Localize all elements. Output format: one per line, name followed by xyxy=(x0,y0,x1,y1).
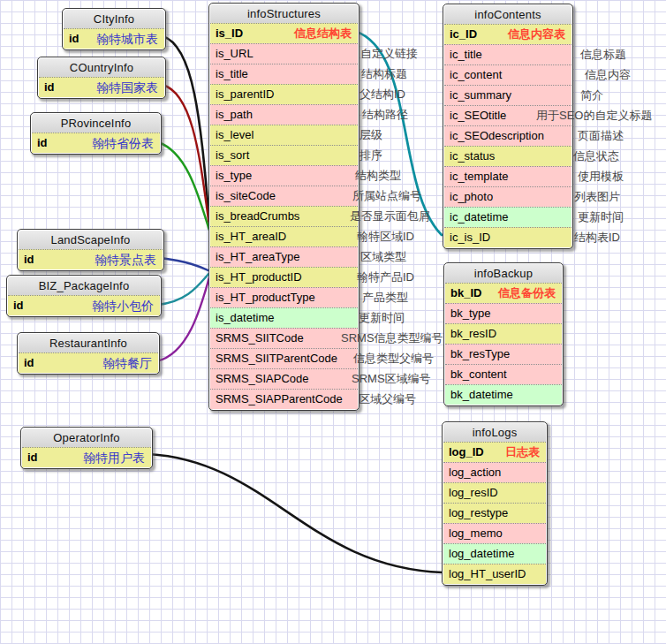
connector-cityinfo-to-infostructures[interactable] xyxy=(163,36,210,231)
field-name-id: id xyxy=(13,299,24,312)
diagram-canvas[interactable]: CItyInfoid翰特城市表COuntryInfoid翰特国家表PRovinc… xyxy=(0,0,666,644)
field-row-ic_template[interactable]: ic_template使用模板 xyxy=(444,166,571,186)
connector-landscapeinfo-to-infostructures[interactable] xyxy=(161,258,210,271)
table-title-LandScapeInfo: LandScapeInfo xyxy=(19,231,163,249)
field-comment-ic_is_ID: 结构表ID xyxy=(574,228,620,247)
field-name-ic_title: ic_title xyxy=(450,48,482,61)
field-row-is_siteCode[interactable]: is_siteCode所属站点编号 xyxy=(210,186,358,206)
field-row-log_memo[interactable]: log_memo xyxy=(443,523,546,543)
table-OperatorInfo[interactable]: OperatorInfoid翰特用户表 xyxy=(20,427,153,469)
field-row-ic_title[interactable]: ic_title信息标题 xyxy=(444,44,571,64)
field-row-id[interactable]: id翰特省份表 xyxy=(32,133,160,153)
table-title-BIZ_PackageInfo: BIZ_PackageInfo xyxy=(8,277,160,295)
table-annotation-PRovinceInfo: 翰特省份表 xyxy=(92,133,154,153)
connector-restaurantinfo-to-infostructures[interactable] xyxy=(156,274,210,361)
table-title-CItyInfo: CItyInfo xyxy=(64,10,164,28)
field-row-is_HT_areaID[interactable]: is_HT_areaID翰特区域ID xyxy=(210,226,358,246)
field-comment-ic_content: 信息内容 xyxy=(585,65,631,85)
table-infoContents[interactable]: infoContentsic_ID信息内容表ic_title信息标题ic_con… xyxy=(443,4,573,249)
field-name-bk_ID: bk_ID xyxy=(450,286,481,299)
field-row-bk_ID[interactable]: bk_ID信息备份表 xyxy=(445,283,562,303)
field-row-ic_SEOtitle[interactable]: ic_SEOtitle用于SEO的自定义标题 xyxy=(444,105,571,125)
field-name-ic_content: ic_content xyxy=(450,68,502,81)
table-annotation-CItyInfo: 翰特城市表 xyxy=(96,29,158,49)
field-row-id[interactable]: id翰特小包价 xyxy=(8,295,160,315)
field-row-id[interactable]: id翰特国家表 xyxy=(39,77,164,97)
field-name-ic_ID: ic_ID xyxy=(450,27,477,41)
field-name-is_breadCrumbs: is_breadCrumbs xyxy=(216,209,299,223)
field-row-bk_datetime[interactable]: bk_datetime xyxy=(445,384,562,405)
field-name-ic_datetime: ic_datetime xyxy=(450,210,508,224)
field-row-id[interactable]: id翰特城市表 xyxy=(64,28,164,49)
field-name-is_ID: is_ID xyxy=(216,27,243,40)
field-comment-SRMS_SIITParentCode: 信息类型父编号 xyxy=(353,349,434,368)
field-row-is_title[interactable]: is_title结构标题 xyxy=(210,64,358,84)
field-row-log_HT_userID[interactable]: log_HT_userID xyxy=(443,564,546,584)
connector-operatorinfo-to-infologs[interactable] xyxy=(148,454,443,572)
field-row-is_HT_productID[interactable]: is_HT_productID翰特产品ID xyxy=(210,267,358,287)
table-BIZ_PackageInfo[interactable]: BIZ_PackageInfoid翰特小包价 xyxy=(6,275,162,317)
table-annotation-OperatorInfo: 翰特用户表 xyxy=(83,448,145,467)
field-name-log_memo: log_memo xyxy=(449,527,503,540)
field-row-is_ID[interactable]: is_ID信息结构表 xyxy=(210,23,358,43)
field-row-ic_status[interactable]: ic_status信息状态 xyxy=(444,146,571,166)
field-row-id[interactable]: id翰特景点表 xyxy=(19,249,163,269)
field-row-ic_content[interactable]: ic_content信息内容 xyxy=(444,64,571,85)
field-row-id[interactable]: id翰特餐厅 xyxy=(19,352,158,373)
field-row-bk_type[interactable]: bk_type xyxy=(445,303,562,323)
field-row-is_type[interactable]: is_type结构类型 xyxy=(210,165,358,186)
field-name-is_sort: is_sort xyxy=(216,148,249,162)
field-row-bk_resType[interactable]: bk_resType xyxy=(445,344,562,364)
table-annotation-COuntryInfo: 翰特国家表 xyxy=(96,78,158,97)
field-row-is_URL[interactable]: is_URL自定义链接 xyxy=(210,43,358,64)
field-row-is_datetime[interactable]: is_datetime更新时间 xyxy=(210,307,358,328)
field-name-id: id xyxy=(24,253,34,266)
field-row-ic_summary[interactable]: ic_summary简介 xyxy=(444,85,571,105)
field-name-is_HT_areaType: is_HT_areaType xyxy=(216,250,299,263)
field-row-ic_photo[interactable]: ic_photo列表图片 xyxy=(444,186,571,207)
field-row-is_HT_productType[interactable]: is_HT_productType产品类型 xyxy=(210,287,358,307)
field-row-is_HT_areaType[interactable]: is_HT_areaType区域类型 xyxy=(210,246,358,267)
table-infoStructures[interactable]: infoStructuresis_ID信息结构表is_URL自定义链接is_ti… xyxy=(208,3,359,411)
table-infoLogs[interactable]: infoLogslog_ID日志表log_actionlog_resIDlog_… xyxy=(442,421,548,586)
field-row-ic_is_ID[interactable]: ic_is_ID结构表ID xyxy=(444,227,571,247)
table-PRovinceInfo[interactable]: PRovinceInfoid翰特省份表 xyxy=(30,112,162,155)
table-annotation-infoBackup: 信息备份表 xyxy=(498,284,556,303)
field-row-is_sort[interactable]: is_sort排序 xyxy=(210,145,358,165)
field-comment-ic_datetime: 更新时间 xyxy=(578,208,624,227)
table-CItyInfo[interactable]: CItyInfoid翰特城市表 xyxy=(62,8,166,50)
field-row-ic_datetime[interactable]: ic_datetime更新时间 xyxy=(444,207,571,227)
field-row-log_ID[interactable]: log_ID日志表 xyxy=(443,442,546,462)
table-title-infoContents: infoContents xyxy=(444,5,571,24)
field-row-SRMS_SIITParentCode[interactable]: SRMS_SIITParentCode信息类型父编号 xyxy=(210,348,358,368)
field-row-bk_resID[interactable]: bk_resID xyxy=(445,323,562,344)
field-row-log_resID[interactable]: log_resID xyxy=(443,482,546,503)
field-row-SRMS_SIITCode[interactable]: SRMS_SIITCodeSRMS信息类型编号 xyxy=(210,328,358,348)
field-name-is_HT_areaID: is_HT_areaID xyxy=(216,230,286,243)
field-row-SRMS_SIAPParentCode[interactable]: SRMS_SIAPParentCode区域父编号 xyxy=(210,389,358,409)
field-row-is_parentID[interactable]: is_parentID父结构ID xyxy=(210,84,358,104)
field-row-is_path[interactable]: is_path结构路径 xyxy=(210,104,358,125)
field-name-SRMS_SIITParentCode: SRMS_SIITParentCode xyxy=(216,352,337,365)
table-COuntryInfo[interactable]: COuntryInfoid翰特国家表 xyxy=(37,57,166,99)
field-comment-is_datetime: 更新时间 xyxy=(359,308,405,328)
table-annotation-infoStructures: 信息结构表 xyxy=(294,24,352,43)
field-row-is_level[interactable]: is_level层级 xyxy=(210,125,358,145)
field-row-SRMS_SIAPCode[interactable]: SRMS_SIAPCodeSRMS区域编号 xyxy=(210,368,358,389)
table-infoBackup[interactable]: infoBackupbk_ID信息备份表bk_typebk_resIDbk_re… xyxy=(443,262,564,406)
field-comment-ic_status: 信息状态 xyxy=(573,147,619,166)
field-row-log_datetime[interactable]: log_datetime xyxy=(443,543,546,564)
field-row-ic_SEOdescription[interactable]: ic_SEOdescription页面描述 xyxy=(444,125,571,146)
table-LandScapeInfo[interactable]: LandScapeInfoid翰特景点表 xyxy=(17,229,164,271)
field-row-ic_ID[interactable]: ic_ID信息内容表 xyxy=(444,24,571,44)
table-title-COuntryInfo: COuntryInfo xyxy=(39,58,164,77)
table-RestaurantInfo[interactable]: RestaurantInfoid翰特餐厅 xyxy=(17,332,160,375)
field-row-is_breadCrumbs[interactable]: is_breadCrumbs是否显示面包屑 xyxy=(210,206,358,226)
field-comment-is_type: 结构类型 xyxy=(355,166,401,186)
field-name-is_parentID: is_parentID xyxy=(216,87,274,101)
field-comment-is_HT_areaType: 区域类型 xyxy=(360,247,406,267)
field-row-bk_content[interactable]: bk_content xyxy=(445,364,562,384)
field-row-log_action[interactable]: log_action xyxy=(443,462,546,482)
field-row-log_restype[interactable]: log_restype xyxy=(443,503,546,523)
field-row-id[interactable]: id翰特用户表 xyxy=(22,447,151,467)
